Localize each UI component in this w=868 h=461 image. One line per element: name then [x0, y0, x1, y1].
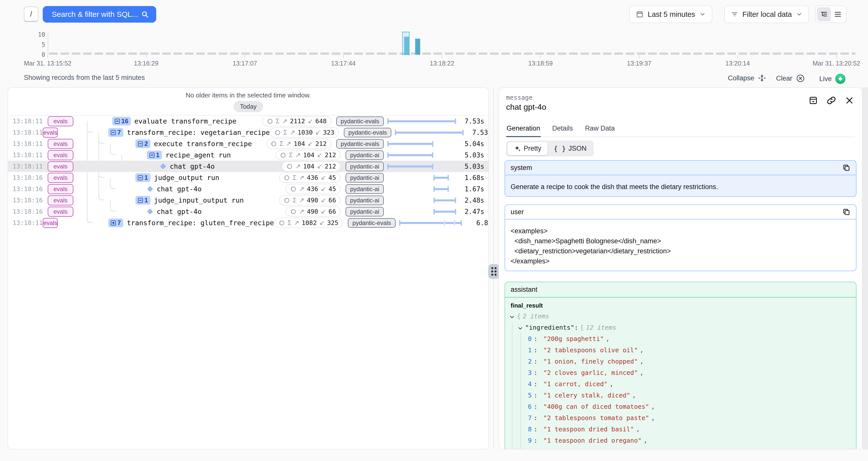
scope-tag[interactable]: pydantic-ai	[346, 195, 384, 205]
trace-row[interactable]: 13:18:16 evals 1 judge_output run Σ ↗436…	[8, 172, 489, 183]
chevron-down-icon	[699, 11, 706, 18]
item-count: 2 items	[523, 313, 549, 320]
token-usage-pill: ↗490 ↙66	[285, 206, 341, 217]
role-label: assistant	[510, 286, 537, 294]
scope-tag[interactable]: pydantic-evals	[336, 117, 384, 126]
histogram-bar[interactable]	[415, 39, 420, 55]
tab-raw-data[interactable]: Raw Data	[584, 122, 615, 136]
scope-tag[interactable]: pydantic-ai	[346, 173, 384, 183]
scope-tag[interactable]: pydantic-evals	[344, 128, 391, 137]
user-message-text: <examples> <dish_name>Spaghetti Bolognes…	[505, 219, 856, 271]
waterfall-column	[387, 194, 456, 206]
json-array-item: 7: "2 tablespoons tomato paste",	[528, 412, 850, 424]
time-range-dropdown[interactable]: Last 5 minutes	[629, 5, 712, 23]
clear-button[interactable]: Clear	[776, 74, 805, 83]
assistant-message-card: assistant final_result {2 items "ingredi…	[504, 282, 857, 450]
scope-tag[interactable]: pydantic-evals	[348, 218, 395, 228]
clear-icon	[796, 74, 805, 83]
close-icon[interactable]	[844, 95, 855, 106]
duration-text: 2.47s	[456, 208, 484, 215]
evals-badge[interactable]: evals	[48, 150, 73, 160]
scope-tag[interactable]: pydantic-ai	[346, 150, 384, 160]
collapse-button[interactable]: Collapse	[728, 74, 766, 82]
evals-badge[interactable]: evals	[48, 139, 73, 149]
tab-generation[interactable]: Generation	[506, 122, 541, 137]
clear-label: Clear	[776, 74, 793, 82]
x-tick	[836, 55, 837, 58]
duration-bar	[387, 120, 456, 122]
x-tick	[540, 55, 541, 58]
coin-icon	[290, 186, 297, 192]
chevron-down-icon[interactable]	[518, 326, 522, 330]
json-array-item: 3: "2 cloves garlic, minced",	[528, 367, 850, 378]
trace-row[interactable]: 13:18:11 evals 2 execute transform_recip…	[8, 138, 489, 149]
evals-badge[interactable]: evals	[48, 195, 73, 205]
evals-badge[interactable]: evals	[43, 128, 58, 137]
panel-resize-handle[interactable]	[488, 264, 499, 279]
trace-row[interactable]: 13:18:11 evals 16 evaluate transform_rec…	[8, 116, 489, 127]
token-usage-pill: ↗104 ↙212	[282, 161, 341, 172]
x-tick	[639, 55, 640, 58]
trace-row[interactable]: 13:18:11 evals 7 transform_recipe: veget…	[8, 127, 489, 138]
scope-tag[interactable]: pydantic-ai	[346, 162, 384, 171]
collapse-label: Collapse	[728, 74, 754, 82]
leaf-diamond-icon	[147, 208, 153, 214]
detail-tabs: Generation Details Raw Data	[506, 122, 855, 137]
duration-bar	[434, 199, 456, 202]
copy-icon[interactable]	[842, 208, 850, 216]
duration-bar	[387, 143, 433, 145]
waterfall-column	[387, 138, 456, 149]
trace-row[interactable]: 13:18:16 evals chat gpt-4o ↗436 ↙45 pyda…	[8, 183, 489, 194]
token-usage-pill: Σ ↗1030 ↙323	[270, 127, 339, 137]
json-array-item: 6: "400g can of diced tomatoes",	[528, 401, 850, 412]
x-tick	[442, 55, 442, 58]
token-usage-pill: Σ ↗436 ↙45	[279, 173, 341, 183]
live-toggle[interactable]: Live	[819, 74, 845, 84]
evals-badge[interactable]: evals	[48, 116, 73, 126]
trace-row[interactable]: 13:18:16 evals chat gpt-4o ↗490 ↙66 pyda…	[8, 206, 489, 217]
waterfall-column	[387, 172, 456, 183]
collapse-count-badge[interactable]: 1	[135, 196, 150, 205]
search-button[interactable]: Search & filter with SQL...	[43, 6, 156, 23]
token-usage-pill: Σ ↗490 ↙66	[279, 195, 341, 205]
x-tick-label: 13:19:37	[627, 60, 651, 67]
scope-tag[interactable]: pydantic-ai	[346, 207, 384, 216]
trace-row[interactable]: 13:18:11 evals 7 transform_recipe: glute…	[8, 217, 489, 228]
json-mode-button[interactable]: { } JSON	[548, 142, 593, 155]
evals-badge[interactable]: evals	[43, 218, 58, 228]
collapse-count-badge[interactable]: 1	[147, 151, 162, 159]
trace-row[interactable]: 13:18:16 evals 1 judge_input_output run …	[8, 194, 489, 206]
collapse-count-badge[interactable]: 2	[135, 140, 150, 148]
filter-local-data-dropdown[interactable]: Filter local data	[724, 5, 809, 23]
tab-details[interactable]: Details	[552, 122, 574, 136]
waterfall-column	[387, 183, 456, 194]
tree-view-toggle[interactable]	[817, 7, 831, 21]
showing-records-text: Showing records from the last 5 minutes	[24, 74, 145, 82]
list-view-toggle[interactable]	[831, 7, 845, 21]
today-chip[interactable]: Today	[233, 101, 263, 112]
evals-badge[interactable]: evals	[48, 161, 73, 172]
duration-bar	[387, 165, 433, 167]
calendar-icon	[636, 10, 644, 18]
pretty-mode-button[interactable]: Pretty	[507, 142, 548, 155]
evals-badge[interactable]: evals	[48, 184, 73, 194]
link-icon[interactable]	[826, 95, 837, 106]
collapse-count-badge[interactable]: 1	[135, 173, 150, 182]
span-name: execute transform_recipe	[154, 140, 252, 148]
dock-panel-icon[interactable]	[808, 95, 819, 106]
copy-icon[interactable]	[842, 164, 850, 172]
trace-row[interactable]: 13:18:11 evals 1 recipe_agent run Σ ↗104…	[8, 149, 489, 161]
evals-badge[interactable]: evals	[48, 207, 73, 217]
scope-tag[interactable]: pydantic-evals	[336, 139, 384, 149]
x-tick	[343, 55, 344, 58]
evals-badge[interactable]: evals	[48, 173, 73, 183]
expand-count-badge[interactable]: 7	[108, 218, 123, 227]
scope-tag[interactable]: pydantic-ai	[346, 184, 384, 194]
json-key: "ingredients":	[525, 324, 578, 331]
collapse-count-badge[interactable]: 7	[108, 128, 123, 137]
chevron-down-icon[interactable]	[510, 314, 514, 318]
role-label: user	[510, 208, 524, 216]
collapse-count-badge[interactable]: 16	[112, 117, 131, 126]
trace-row-selected[interactable]: 13:18:11 evals chat gpt-4o ↗104 ↙212 pyd…	[8, 161, 489, 172]
scrollbar-track[interactable]	[863, 87, 868, 450]
